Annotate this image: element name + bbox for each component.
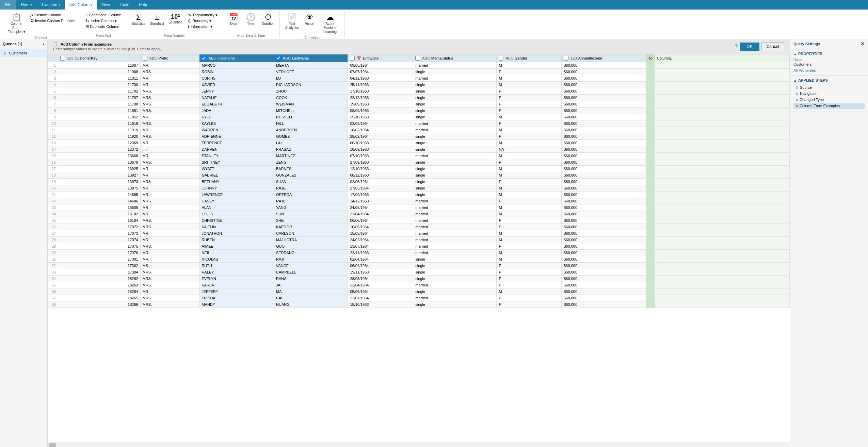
- column1-cell[interactable]: [655, 198, 789, 204]
- column1-cell[interactable]: [655, 166, 789, 172]
- index-column-button[interactable]: 1↓ Index Column ▾: [84, 18, 123, 23]
- cancel-button[interactable]: Cancel: [761, 42, 784, 51]
- column1-cell[interactable]: [655, 172, 789, 179]
- vision-button[interactable]: 👁 Vision: [302, 12, 318, 27]
- column1-cell[interactable]: [655, 82, 789, 88]
- step-gear-source[interactable]: ⚙: [795, 86, 799, 89]
- column1-cell[interactable]: [655, 263, 789, 269]
- date-button[interactable]: 📅 Date: [226, 12, 242, 27]
- column1-cell[interactable]: [655, 217, 789, 224]
- column1-cell[interactable]: [655, 75, 789, 82]
- column1-cell[interactable]: [655, 230, 789, 237]
- annualincome-checkbox[interactable]: [564, 56, 568, 61]
- step-x-column-examples[interactable]: ✕: [795, 104, 798, 108]
- column1-cell[interactable]: [655, 301, 789, 308]
- column1-cell[interactable]: [655, 288, 789, 295]
- column1-cell[interactable]: [655, 282, 789, 288]
- column1-cell[interactable]: [655, 69, 789, 75]
- column1-cell[interactable]: [655, 295, 789, 301]
- tab-file[interactable]: File: [0, 0, 16, 10]
- tab-transform[interactable]: Transform: [36, 0, 64, 10]
- column1-cell[interactable]: [655, 95, 789, 101]
- column1-cell[interactable]: [655, 140, 789, 146]
- col-header-birthdate[interactable]: 📅 BirthDate: [348, 54, 413, 62]
- column1-cell[interactable]: [655, 153, 789, 159]
- azure-ml-button[interactable]: ☁ Azure MachineLearning: [319, 12, 342, 35]
- column1-cell[interactable]: [655, 243, 789, 250]
- all-properties-link[interactable]: All Properties: [793, 68, 816, 72]
- column1-cell[interactable]: [655, 204, 789, 211]
- column1-cell[interactable]: [655, 127, 789, 133]
- conditional-column-button[interactable]: ≡ Conditional Column: [84, 12, 123, 18]
- collapse-icon[interactable]: ‹: [43, 41, 45, 47]
- column1-cell[interactable]: [655, 101, 789, 107]
- step-gear-navigation[interactable]: ⚙: [795, 92, 799, 96]
- col-header-column1[interactable]: Column1: [655, 54, 789, 62]
- step-column-from-examples[interactable]: ✕ Column From Examples: [793, 103, 865, 109]
- column1-cell[interactable]: [655, 276, 789, 282]
- tab-help[interactable]: Help: [134, 0, 152, 10]
- help-icon[interactable]: ?: [735, 44, 738, 50]
- column1-cell[interactable]: [655, 114, 789, 120]
- tab-tools[interactable]: Tools: [115, 0, 134, 10]
- step-x-changed-type[interactable]: ✕: [795, 98, 798, 102]
- statistics-button[interactable]: Σ Statistics: [130, 12, 147, 27]
- time-button[interactable]: 🕐 Time: [243, 12, 259, 27]
- column1-cell[interactable]: [655, 120, 789, 127]
- col-header-annualincome[interactable]: 123 AnnualIncome: [562, 54, 646, 62]
- horizontal-scrollbar[interactable]: [48, 442, 790, 447]
- column1-cell[interactable]: [655, 107, 789, 114]
- tab-view[interactable]: View: [97, 0, 115, 10]
- column1-cell[interactable]: [655, 256, 789, 263]
- tab-add-column[interactable]: Add Column: [65, 0, 97, 10]
- ok-button[interactable]: OK: [740, 43, 759, 51]
- invoke-custom-function-button[interactable]: ⚙ Invoke Custom Function: [29, 18, 77, 23]
- column1-cell[interactable]: [655, 211, 789, 217]
- col-header-prefix[interactable]: ABC Prefix: [140, 54, 199, 62]
- col-header-gender[interactable]: ABC Gender: [497, 54, 562, 62]
- standard-button[interactable]: ± Standard: [148, 12, 166, 27]
- duration-button[interactable]: ⏱ Duration: [260, 12, 277, 27]
- trigonometry-button[interactable]: ∿ Trigonometry ▾: [186, 12, 219, 18]
- applied-steps-section: ▲ APPLIED STEPS ⚙ Source ⚙ Navigation ✕ …: [790, 76, 868, 112]
- column1-cell[interactable]: [655, 88, 789, 95]
- scientific-button[interactable]: 10² Scientific: [166, 12, 184, 26]
- h-scroll-thumb[interactable]: [49, 443, 56, 447]
- rounding-button[interactable]: ◷ Rounding ▾: [186, 18, 219, 23]
- birthdate-checkbox[interactable]: [350, 56, 355, 61]
- firstname-checkbox[interactable]: [202, 56, 206, 61]
- column1-cell[interactable]: [655, 133, 789, 140]
- duplicate-column-button[interactable]: ⊞ Duplicate Column: [84, 24, 123, 29]
- step-navigation[interactable]: ⚙ Navigation: [793, 90, 865, 97]
- column-from-examples-button[interactable]: 📋 Column FromExamples ▾: [5, 12, 28, 35]
- customers-query-item[interactable]: 🗒 Customers: [0, 49, 47, 57]
- column1-cell[interactable]: [655, 224, 789, 230]
- customerkey-checkbox[interactable]: [60, 56, 65, 61]
- column1-cell[interactable]: [655, 179, 789, 185]
- lastname-checkbox[interactable]: [276, 56, 281, 61]
- query-settings-close-icon[interactable]: ✕: [861, 41, 865, 47]
- col-header-customerkey[interactable]: 123 CustomerKey: [58, 54, 141, 62]
- column1-cell[interactable]: [655, 159, 789, 166]
- column1-cell[interactable]: [655, 269, 789, 276]
- column1-cell[interactable]: [655, 250, 789, 256]
- col-header-maritalstatus[interactable]: ABC MaritalStatus: [413, 54, 497, 62]
- text-analytics-button[interactable]: 📄 TextAnalytics: [283, 12, 301, 31]
- tab-home[interactable]: Home: [16, 0, 36, 10]
- gender-checkbox[interactable]: [499, 56, 503, 61]
- column1-cell[interactable]: [655, 146, 789, 153]
- column1-cell[interactable]: [655, 237, 789, 243]
- table-row: 23 15605 MR. ALAN YANG 24/08/1964 marrie…: [48, 204, 790, 211]
- col-header-firstname[interactable]: ABC FirstName: [199, 54, 274, 62]
- column1-cell[interactable]: [655, 192, 789, 198]
- information-button[interactable]: ℹ Information ▾: [186, 24, 219, 29]
- step-changed-type[interactable]: ✕ Changed Type: [793, 97, 865, 103]
- prefix-checkbox[interactable]: [143, 56, 147, 61]
- column1-cell[interactable]: [655, 185, 789, 192]
- step-source[interactable]: ⚙ Source: [793, 84, 865, 90]
- custom-column-button[interactable]: 𝑓x Custom Column: [29, 12, 77, 18]
- col-header-lastname[interactable]: ABC LastName: [274, 54, 348, 62]
- maritalstatus-checkbox[interactable]: [415, 56, 420, 61]
- column1-cell[interactable]: [655, 62, 789, 69]
- table-row: 16 13670 MRS. BRITTNEY ZENG 27/09/1963 s…: [48, 159, 790, 166]
